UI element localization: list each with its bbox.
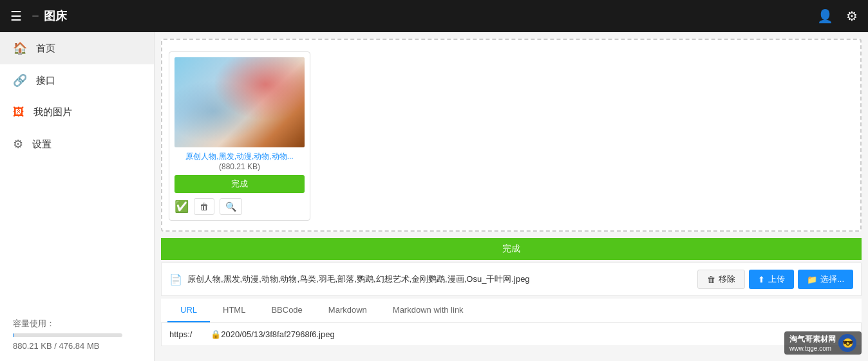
complete-bar: 完成 xyxy=(161,238,862,260)
folder-icon: 📁 xyxy=(807,275,817,284)
image-card: 原创人物,黑发,动漫,动物,动物... (880.21 KB) 完成 ✅ 🗑 🔍 xyxy=(169,51,310,221)
watermark: 淘气哥素材网 www.tqge.com 😎 xyxy=(784,331,862,355)
tab-url[interactable]: URL xyxy=(167,299,210,322)
capacity-used: 880.21 KB / 476.84 MB xyxy=(13,341,141,351)
sidebar-item-home[interactable]: 🏠 首页 xyxy=(0,32,154,64)
trash-icon: 🗑 xyxy=(707,275,715,284)
settings-sidebar-icon: ⚙ xyxy=(13,137,23,151)
capacity-bar xyxy=(13,333,122,337)
main-layout: 🏠 首页 🔗 接口 🖼 我的图片 ⚙ 设置 容量使用： 880.21 KB / … xyxy=(0,32,868,361)
complete-button[interactable]: 完成 xyxy=(175,175,305,193)
remove-button[interactable]: 🗑 移除 xyxy=(697,270,745,289)
url-row xyxy=(161,323,862,346)
app-title: 图床 xyxy=(44,8,67,24)
logo-badge xyxy=(32,15,39,17)
tab-bbcode[interactable]: BBCode xyxy=(258,299,315,322)
sidebar-item-settings[interactable]: ⚙ 设置 xyxy=(0,128,154,160)
choose-button[interactable]: 📁 选择... xyxy=(798,270,853,289)
capacity-label: 容量使用： xyxy=(13,318,141,329)
watermark-text: 淘气哥素材网 www.tqge.com xyxy=(789,334,836,352)
sidebar-label-home: 首页 xyxy=(36,42,55,55)
sidebar-label-settings: 设置 xyxy=(32,138,52,151)
tab-markdown-link[interactable]: Markdown with link xyxy=(380,299,476,322)
tab-html[interactable]: HTML xyxy=(210,299,258,322)
watermark-site: 淘气哥素材网 xyxy=(789,334,836,345)
tabs-row: URL HTML BBCode Markdown Markdown with l… xyxy=(161,299,862,323)
watermark-url: www.tqge.com xyxy=(789,345,836,352)
sidebar: 🏠 首页 🔗 接口 🖼 我的图片 ⚙ 设置 容量使用： 880.21 KB / … xyxy=(0,32,155,361)
file-row: 📄 原创人物,黑发,动漫,动物,动物,鸟类,羽毛,部落,鹦鹉,幻想艺术,金刚鹦鹉… xyxy=(161,263,862,296)
file-icon: 📄 xyxy=(169,273,182,286)
zoom-button[interactable]: 🔍 xyxy=(220,198,242,215)
sidebar-item-mypics[interactable]: 🖼 我的图片 xyxy=(0,97,154,128)
sidebar-label-api: 接口 xyxy=(36,75,55,87)
watermark-icon: 😎 xyxy=(838,334,856,352)
nav-icons: 👤 ⚙ xyxy=(817,8,858,24)
sidebar-item-api[interactable]: 🔗 接口 xyxy=(0,64,154,97)
file-actions: 🗑 移除 ⬆ 上传 📁 选择... xyxy=(697,270,853,289)
url-input[interactable] xyxy=(169,329,853,339)
upload-icon: ⬆ xyxy=(758,275,765,284)
top-navigation: ☰ 图床 👤 ⚙ xyxy=(0,0,868,32)
tab-markdown[interactable]: Markdown xyxy=(316,299,380,322)
image-actions: ✅ 🗑 🔍 xyxy=(175,198,305,215)
sidebar-label-mypics: 我的图片 xyxy=(33,106,72,118)
link-icon: 🔗 xyxy=(13,73,27,88)
user-icon[interactable]: 👤 xyxy=(817,8,833,24)
image-filename: 原创人物,黑发,动漫,动物,动物... xyxy=(175,151,305,162)
delete-button[interactable]: 🗑 xyxy=(194,198,214,215)
check-icon: ✅ xyxy=(175,199,189,214)
capacity-section: 容量使用： 880.21 KB / 476.84 MB xyxy=(0,308,154,361)
menu-icon[interactable]: ☰ xyxy=(10,8,22,24)
image-thumbnail xyxy=(175,57,305,147)
content-area: 原创人物,黑发,动漫,动物,动物... (880.21 KB) 完成 ✅ 🗑 🔍… xyxy=(155,32,868,361)
image-size: (880.21 KB) xyxy=(175,162,305,171)
settings-icon[interactable]: ⚙ xyxy=(846,8,858,24)
file-name: 原创人物,黑发,动漫,动物,动物,鸟类,羽毛,部落,鹦鹉,幻想艺术,金刚鹦鹉,漫… xyxy=(187,273,692,285)
upload-button[interactable]: ⬆ 上传 xyxy=(749,270,794,289)
image-icon: 🖼 xyxy=(13,106,24,119)
home-icon: 🏠 xyxy=(13,41,27,55)
upload-zone[interactable]: 原创人物,黑发,动漫,动物,动物... (880.21 KB) 完成 ✅ 🗑 🔍 xyxy=(161,39,862,232)
